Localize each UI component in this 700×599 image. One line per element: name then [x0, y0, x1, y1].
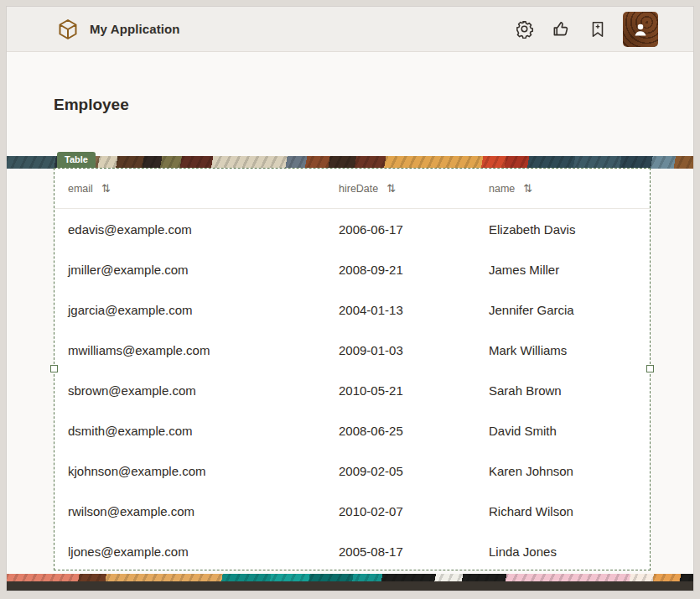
- table-body: edavis@example.com 2006-06-17 Elizabeth …: [54, 209, 650, 571]
- designer-frame: My Application: [0, 0, 700, 599]
- cell-email: edavis@example.com: [68, 222, 339, 237]
- cell-hiredate: 2010-02-07: [339, 504, 489, 518]
- bookmark-add-icon: [589, 20, 607, 39]
- like-button[interactable]: [549, 18, 573, 41]
- column-label: hireDate: [339, 183, 378, 195]
- table-row[interactable]: dsmith@example.com 2008-06-25 David Smit…: [54, 410, 650, 451]
- column-label: name: [489, 183, 515, 195]
- thumbs-up-icon: [552, 19, 571, 39]
- cell-email: ljones@example.com: [68, 544, 339, 559]
- cell-name: David Smith: [489, 424, 650, 438]
- sort-arrows-icon[interactable]: ⇅: [386, 182, 396, 195]
- resize-handle-left[interactable]: [50, 365, 58, 372]
- page-content: Employee Table email ⇅ hireDate ⇅: [7, 52, 693, 591]
- table-component-selection[interactable]: email ⇅ hireDate ⇅ name ⇅ edavis@example…: [54, 168, 651, 570]
- column-label: email: [68, 183, 93, 195]
- decorative-stripe-band-top: [7, 156, 693, 169]
- cell-hiredate: 2008-06-25: [339, 424, 489, 438]
- footer-bar: [7, 581, 693, 591]
- cell-name: Richard Wilson: [489, 504, 650, 518]
- table-row[interactable]: mwilliams@example.com 2009-01-03 Mark Wi…: [54, 330, 650, 370]
- table-row[interactable]: jmiller@example.com 2008-09-21 James Mil…: [54, 249, 650, 289]
- cell-name: Linda Jones: [489, 544, 650, 559]
- table-row[interactable]: sbrown@example.com 2010-05-21 Sarah Brow…: [54, 370, 650, 410]
- app-title: My Application: [90, 22, 180, 36]
- cell-email: jgarcia@example.com: [68, 303, 339, 317]
- cube-logo-icon: [57, 18, 79, 40]
- cell-hiredate: 2010-05-21: [339, 383, 489, 398]
- cell-name: Sarah Brown: [489, 383, 650, 398]
- cell-hiredate: 2006-06-17: [339, 222, 489, 237]
- cell-name: Elizabeth Davis: [489, 222, 650, 237]
- app-header: My Application: [7, 7, 693, 52]
- cell-hiredate: 2009-01-03: [339, 343, 489, 357]
- cell-email: kjohnson@example.com: [68, 464, 339, 478]
- cell-email: jmiller@example.com: [68, 263, 339, 277]
- cell-hiredate: 2005-08-17: [339, 544, 489, 559]
- table-row[interactable]: jgarcia@example.com 2004-01-13 Jennifer …: [54, 289, 650, 330]
- column-header-email[interactable]: email ⇅: [68, 182, 339, 195]
- table-header-row: email ⇅ hireDate ⇅ name ⇅: [54, 169, 650, 209]
- table-row[interactable]: edavis@example.com 2006-06-17 Elizabeth …: [54, 209, 650, 249]
- app-brand: My Application: [57, 18, 180, 40]
- gear-icon: [515, 19, 534, 39]
- bookmark-button[interactable]: [586, 18, 609, 41]
- decorative-stripe-band-bottom: [7, 574, 693, 581]
- cell-email: mwilliams@example.com: [68, 343, 339, 357]
- resize-handle-right[interactable]: [646, 365, 654, 372]
- cell-hiredate: 2008-09-21: [339, 263, 489, 277]
- table-row[interactable]: kjohnson@example.com 2009-02-05 Karen Jo…: [54, 451, 650, 491]
- settings-button[interactable]: [512, 18, 536, 41]
- person-icon: [630, 19, 651, 39]
- column-header-name[interactable]: name ⇅: [489, 182, 650, 195]
- table-row[interactable]: rwilson@example.com 2010-02-07 Richard W…: [54, 491, 650, 531]
- cell-name: Mark Williams: [489, 343, 650, 357]
- app-canvas: My Application: [7, 7, 693, 591]
- user-avatar-button[interactable]: [623, 12, 658, 47]
- cell-email: sbrown@example.com: [68, 383, 339, 398]
- column-header-hiredate[interactable]: hireDate ⇅: [339, 182, 489, 195]
- cell-name: Jennifer Garcia: [489, 303, 650, 317]
- cell-hiredate: 2004-01-13: [339, 303, 489, 317]
- cell-hiredate: 2009-02-05: [339, 464, 489, 478]
- table-row[interactable]: ljones@example.com 2005-08-17 Linda Jone…: [54, 531, 650, 571]
- cell-email: dsmith@example.com: [68, 424, 339, 438]
- sort-arrows-icon[interactable]: ⇅: [523, 182, 532, 195]
- cell-name: Karen Johnson: [489, 464, 650, 478]
- cell-name: James Miller: [489, 263, 650, 277]
- page-title: Employee: [54, 96, 129, 114]
- sort-arrows-icon[interactable]: ⇅: [101, 182, 111, 195]
- cell-email: rwilson@example.com: [68, 504, 339, 518]
- selection-badge[interactable]: Table: [57, 152, 96, 168]
